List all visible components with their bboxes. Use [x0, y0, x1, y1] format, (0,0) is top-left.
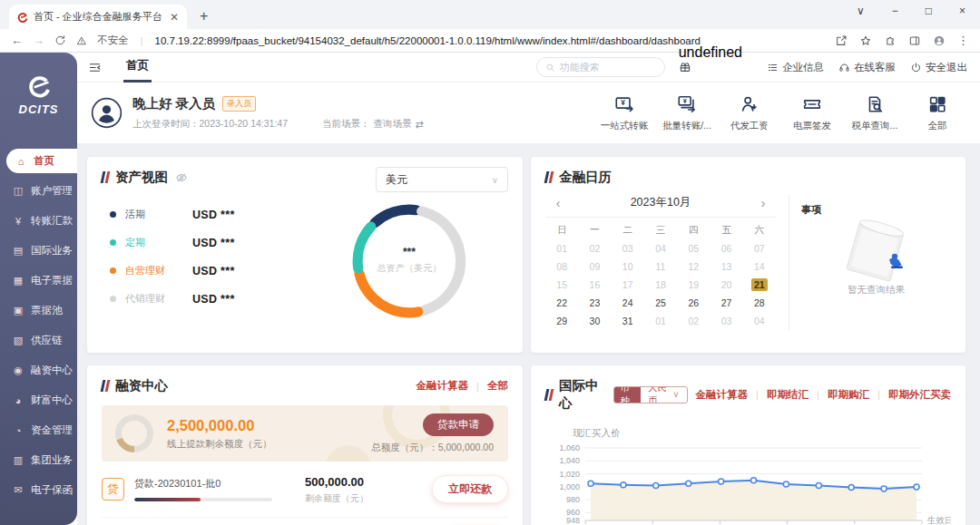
sidebar-item-融资中心[interactable]: ◉ 融资中心	[0, 355, 77, 385]
calendar-date[interactable]: 14	[743, 258, 776, 276]
calendar-date[interactable]: 09	[578, 258, 611, 276]
new-tab-button[interactable]: +	[200, 8, 208, 24]
calendar-date[interactable]: 02	[677, 312, 710, 330]
calendar-date[interactable]: 31	[612, 312, 644, 330]
fx-rate-chart: 9489609801,0001,0201,0401,0602023-01-062…	[545, 441, 951, 525]
quick-action-全部[interactable]: 全部	[909, 94, 965, 132]
intl-link-0[interactable]: 金融计算器	[688, 388, 757, 402]
refresh-icon[interactable]: undefined	[679, 44, 742, 60]
sidebar-item-财富中心[interactable]: ◕ 财富中心	[0, 385, 77, 415]
calendar-date[interactable]: 20	[710, 276, 742, 294]
calendar-date[interactable]: 16	[578, 276, 611, 294]
quick-action-代发工资[interactable]: 代发工资	[721, 94, 778, 132]
tab-home[interactable]: 首页	[123, 53, 152, 83]
calendar-date[interactable]: 08	[545, 258, 578, 276]
intl-link-2[interactable]: 即期购汇	[819, 388, 877, 402]
top-nav-在线客服[interactable]: 在线客服	[838, 61, 896, 74]
close-window-icon[interactable]: ×	[959, 5, 965, 17]
currency-select[interactable]: 美元 ∨	[376, 167, 508, 192]
top-nav-item-label: 安全退出	[926, 61, 967, 74]
calendar-date[interactable]: 25	[644, 294, 677, 312]
calendar-date[interactable]: 07	[743, 239, 776, 258]
forward-icon[interactable]: →	[33, 34, 44, 47]
quick-action-电票签发[interactable]: 电票签发	[784, 94, 840, 132]
list-icon	[767, 62, 779, 73]
calendar-date[interactable]: 13	[710, 258, 742, 276]
calendar-date[interactable]: 05	[677, 239, 710, 258]
calendar-date[interactable]: 11	[644, 258, 677, 276]
calendar-prev-icon[interactable]: ‹	[549, 196, 567, 210]
group-icon: ▥	[12, 454, 24, 466]
calendar-date[interactable]: 17	[612, 276, 644, 294]
switch-scene-icon[interactable]: ⇄	[416, 119, 424, 131]
tab-close-icon[interactable]: ✕	[170, 11, 179, 24]
calendar-date[interactable]: 03	[612, 239, 644, 258]
svg-text:***: ***	[402, 246, 415, 258]
financing-link-1[interactable]: 全部	[479, 379, 508, 393]
loan-tag-icon: 贷	[102, 478, 124, 501]
calendar-date[interactable]: 01	[644, 312, 677, 330]
reload-icon[interactable]	[54, 34, 66, 46]
sidebar-item-转账汇款[interactable]: ¥ 转账汇款	[0, 206, 77, 236]
sidebar-item-账户管理[interactable]: ◫ 账户管理	[0, 176, 77, 206]
quick-action-一站式转账[interactable]: ¥ 一站式转账	[596, 94, 652, 132]
search-input[interactable]	[560, 62, 656, 73]
calendar-date[interactable]: 06	[710, 239, 742, 258]
last-login: 上次登录时间：2023-10-20 14:31:47	[132, 118, 288, 131]
calendar-date[interactable]: 04	[644, 239, 677, 258]
calendar-date[interactable]: 23	[578, 294, 611, 312]
top-nav-安全退出[interactable]: 安全退出	[910, 61, 967, 74]
quick-action-批量转账/...[interactable]: ¥ 批量转账/...	[659, 94, 715, 132]
calendar-date[interactable]: 12	[677, 258, 710, 276]
calendar-date[interactable]: 02	[578, 239, 611, 258]
calendar-date[interactable]: 29	[545, 312, 578, 330]
chrome-menu-chevron-icon[interactable]: ∨	[857, 5, 865, 17]
dcits-logo: DCITS	[0, 53, 77, 138]
calendar-date[interactable]: 24	[612, 294, 644, 312]
minimize-icon[interactable]: −	[892, 5, 898, 17]
calendar-date[interactable]: 18	[644, 276, 677, 294]
sidebar-item-票据池[interactable]: ▣ 票据池	[0, 296, 77, 326]
calendar-date[interactable]: 22	[545, 294, 578, 312]
function-search[interactable]	[536, 57, 665, 77]
calendar-date[interactable]: 19	[677, 276, 710, 294]
sidebar-item-集团业务[interactable]: ▥ 集团业务	[0, 445, 77, 475]
sidebar-item-电子保函[interactable]: ✉ 电子保函	[0, 475, 77, 505]
repay-now-button[interactable]: 立即还款	[432, 475, 508, 503]
back-icon[interactable]: ←	[11, 34, 23, 47]
loan-remaining-amount: 500,000.00	[305, 475, 364, 489]
sidebar-item-国际业务[interactable]: ▤ 国际业务	[0, 236, 77, 266]
calendar-date[interactable]: 27	[710, 294, 742, 312]
collapse-sidebar-icon[interactable]	[88, 61, 102, 74]
gift-icon[interactable]	[679, 61, 753, 73]
sidebar-item-首页[interactable]: ⌂ 首页	[6, 149, 77, 173]
calendar-date[interactable]: 03	[710, 312, 742, 330]
hide-amounts-eye-icon[interactable]	[175, 171, 188, 184]
supplychain-icon: ▧	[12, 335, 24, 346]
legend-value: USD ***	[192, 237, 235, 249]
financing-link-0[interactable]: 金融计算器	[408, 379, 477, 393]
calendar-next-icon[interactable]: ›	[754, 196, 772, 210]
calendar-date[interactable]: 01	[545, 239, 578, 258]
sidebar-item-资金管理[interactable]: ◔ 资金管理	[0, 415, 77, 445]
calendar-date[interactable]: 26	[677, 294, 710, 312]
intl-link-3[interactable]: 即期外汇买卖	[880, 388, 951, 402]
calendar-date[interactable]: 30	[578, 312, 611, 330]
top-nav-企业信息[interactable]: 企业信息	[767, 61, 824, 74]
currency-type-select[interactable]: 币种 人民币∨	[613, 386, 688, 403]
calendar-date[interactable]: 28	[743, 294, 776, 312]
intl-link-1[interactable]: 即期结汇	[759, 388, 817, 402]
calendar-date[interactable]: 10	[612, 258, 644, 276]
quick-action-税单查询...[interactable]: 税单查询...	[847, 94, 903, 132]
calendar-date[interactable]: 04	[743, 312, 776, 330]
sidebar-item-供应链[interactable]: ▧ 供应链	[0, 326, 77, 355]
loan-row: 贷 贷款-20230101-批0 500,000.00 剩余额度（元） 立即还款	[102, 473, 508, 518]
calendar-date-today[interactable]: 21	[743, 276, 776, 294]
sidebar-item-电子票据[interactable]: ▦ 电子票据	[0, 266, 77, 296]
currency-select-value: 美元	[386, 172, 407, 188]
loan-apply-button[interactable]: 贷款申请	[423, 413, 494, 436]
maximize-icon[interactable]: □	[926, 5, 932, 17]
calendar-date[interactable]: 15	[545, 276, 578, 294]
not-secure-warning-icon[interactable]	[76, 35, 87, 46]
browser-tab[interactable]: 首页 - 企业综合金融服务平台 ✕	[9, 5, 187, 29]
